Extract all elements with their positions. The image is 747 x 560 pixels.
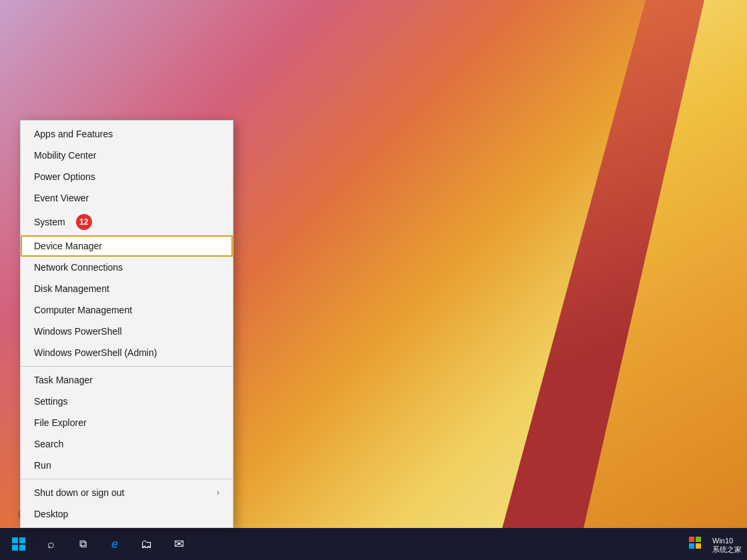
menu-item-shutdown[interactable]: Shut down or sign out› <box>21 482 233 503</box>
mail-button[interactable]: ✉ <box>163 528 195 560</box>
mail-icon: ✉ <box>174 537 184 551</box>
menu-item-label-computer-management: Computer Management <box>34 305 132 315</box>
menu-item-computer-management[interactable]: Computer Management <box>21 299 233 321</box>
task-view-icon: ⧉ <box>79 538 87 550</box>
menu-item-run[interactable]: Run <box>21 455 233 476</box>
svg-rect-5 <box>696 537 701 542</box>
svg-rect-6 <box>689 543 694 549</box>
menu-item-label-disk-management: Disk Management <box>34 283 109 294</box>
menu-item-label-event-viewer: Event Viewer <box>34 193 89 203</box>
menu-item-label-task-manager: Task Manager <box>34 375 93 385</box>
menu-item-label-mobility-center: Mobility Center <box>34 150 96 161</box>
menu-item-device-manager[interactable]: Device Manager <box>21 235 233 257</box>
chevron-right-icon: › <box>217 488 219 497</box>
menu-item-disk-management[interactable]: Disk Management <box>21 278 233 299</box>
edge-icon: e <box>111 537 118 551</box>
menu-item-label-settings: Settings <box>34 396 68 407</box>
menu-item-mobility-center[interactable]: Mobility Center <box>21 145 233 166</box>
svg-rect-3 <box>19 545 25 551</box>
menu-item-powershell[interactable]: Windows PowerShell <box>21 321 233 342</box>
svg-rect-7 <box>696 543 701 549</box>
taskbar: ⌕ ⧉ e 🗂 ✉ Win10 系统之家 <box>0 528 747 560</box>
edge-button[interactable]: e <box>99 528 131 560</box>
menu-item-system[interactable]: System12 <box>21 209 233 235</box>
menu-item-file-explorer[interactable]: File Explorer <box>21 412 233 433</box>
menu-item-label-powershell: Windows PowerShell <box>34 326 122 337</box>
menu-item-label-search: Search <box>34 439 63 449</box>
desktop-decoration <box>494 0 747 560</box>
menu-divider <box>21 366 233 367</box>
menu-item-label-powershell-admin: Windows PowerShell (Admin) <box>34 347 157 358</box>
win10-badge: Win10 系统之家 <box>686 533 742 557</box>
menu-item-label-network-connections: Network Connections <box>34 262 123 273</box>
svg-rect-0 <box>12 537 18 543</box>
search-taskbar-button[interactable]: ⌕ <box>35 528 67 560</box>
task-view-button[interactable]: ⧉ <box>67 528 99 560</box>
menu-item-label-desktop: Desktop <box>34 509 68 519</box>
explorer-button[interactable]: 🗂 <box>131 528 163 560</box>
svg-rect-1 <box>19 537 25 543</box>
menu-item-powershell-admin[interactable]: Windows PowerShell (Admin) <box>21 342 233 363</box>
menu-item-label-power-options: Power Options <box>34 171 95 182</box>
explorer-icon: 🗂 <box>141 537 153 551</box>
badge-system: 12 <box>76 214 92 230</box>
start-button[interactable] <box>3 528 35 560</box>
win10-logo <box>686 533 710 557</box>
menu-item-label-run: Run <box>34 460 51 471</box>
menu-item-task-manager[interactable]: Task Manager <box>21 369 233 391</box>
menu-item-power-options[interactable]: Power Options <box>21 166 233 187</box>
menu-item-label-device-manager: Device Manager <box>34 241 102 251</box>
svg-rect-2 <box>12 545 18 551</box>
context-menu: Apps and FeaturesMobility CenterPower Op… <box>20 120 233 528</box>
svg-rect-4 <box>689 537 694 542</box>
menu-item-apps-features[interactable]: Apps and Features <box>21 123 233 145</box>
search-taskbar-icon: ⌕ <box>47 537 55 551</box>
menu-divider <box>21 479 233 479</box>
menu-item-desktop[interactable]: Desktop <box>21 503 233 525</box>
win10-text: Win10 系统之家 <box>712 537 742 554</box>
menu-item-label-shutdown: Shut down or sign out <box>34 487 124 498</box>
menu-item-search[interactable]: Search <box>21 433 233 455</box>
menu-item-settings[interactable]: Settings <box>21 391 233 412</box>
menu-item-event-viewer[interactable]: Event Viewer <box>21 187 233 209</box>
menu-item-label-system: System <box>34 217 65 227</box>
menu-item-network-connections[interactable]: Network Connections <box>21 257 233 278</box>
menu-item-label-file-explorer: File Explorer <box>34 417 87 428</box>
menu-item-label-apps-features: Apps and Features <box>34 129 113 139</box>
